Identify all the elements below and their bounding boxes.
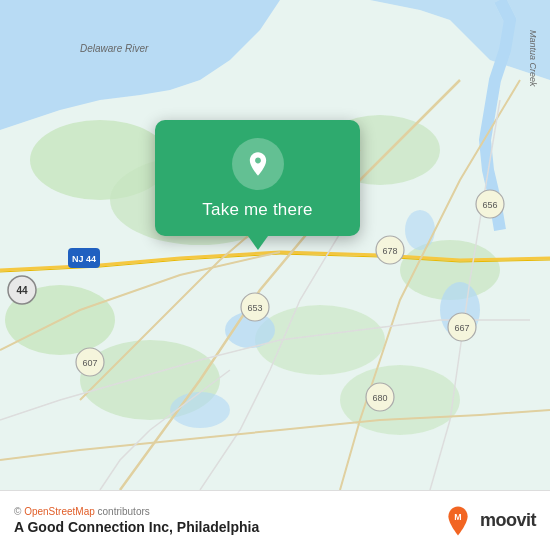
svg-text:44: 44 [16,285,28,296]
svg-text:M: M [454,512,461,522]
svg-text:607: 607 [82,358,97,368]
svg-text:656: 656 [482,200,497,210]
svg-text:680: 680 [372,393,387,403]
svg-point-6 [255,305,385,375]
svg-text:NJ 44: NJ 44 [72,254,96,264]
osm-attribution: © OpenStreetMap contributors [14,506,259,517]
map-container: NJ 44 44 Delaware River 678 656 653 667 … [0,0,550,490]
take-me-there-button[interactable]: Take me there [202,200,312,220]
osm-link[interactable]: OpenStreetMap [24,506,95,517]
moovit-logo: M moovit [442,505,536,537]
svg-text:Delaware River: Delaware River [80,43,149,54]
popup-card: Take me there [155,120,360,236]
osm-suffix: contributors [98,506,150,517]
svg-text:653: 653 [247,303,262,313]
svg-point-11 [405,210,435,250]
moovit-text: moovit [480,510,536,531]
location-title: A Good Connection Inc, Philadelphia [14,519,259,535]
svg-text:Mantua Creek: Mantua Creek [528,30,538,87]
bottom-left: © OpenStreetMap contributors A Good Conn… [14,506,259,535]
bottom-bar: © OpenStreetMap contributors A Good Conn… [0,490,550,550]
location-icon-circle [232,138,284,190]
svg-text:667: 667 [454,323,469,333]
svg-text:678: 678 [382,246,397,256]
osm-prefix: © [14,506,21,517]
